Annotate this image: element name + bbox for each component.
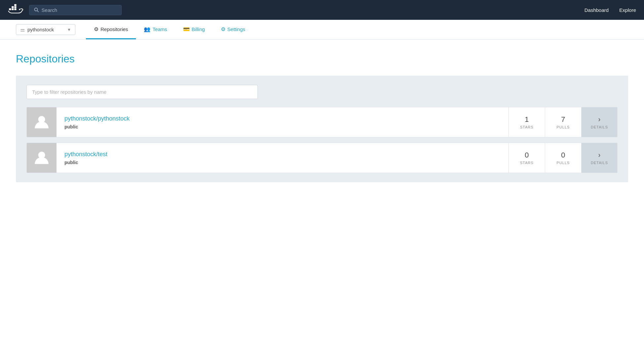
page-title: Repositories (16, 53, 628, 65)
search-icon (34, 7, 39, 13)
tab-settings-label: Settings (227, 26, 245, 32)
svg-rect-3 (12, 6, 14, 8)
repo-avatar (27, 143, 57, 173)
details-button[interactable]: › DETAILS (581, 143, 617, 173)
repo-avatar (27, 107, 57, 137)
tab-repositories[interactable]: ⚙ Repositories (86, 20, 136, 39)
tab-teams[interactable]: 👥 Teams (136, 20, 175, 39)
repos-section: pythonstock/pythonstock public 1 STARS 7… (16, 76, 628, 182)
repo-info: pythonstock/pythonstock public (57, 107, 508, 137)
repo-stats: 1 STARS 7 PULLS › DETAILS (508, 107, 617, 137)
repo-name-link[interactable]: pythonstock/pythonstock (64, 115, 501, 122)
tab-teams-label: Teams (152, 26, 167, 32)
tab-settings[interactable]: ⚙ Settings (213, 20, 253, 39)
org-bar: ⚌ pythonstock ▼ ⚙ Repositories 👥 Teams 💳… (0, 20, 644, 40)
pulls-label: PULLS (557, 125, 570, 129)
chevron-right-icon: › (598, 115, 600, 124)
table-row: pythonstock/pythonstock public 1 STARS 7… (26, 107, 618, 137)
pulls-value: 0 (561, 151, 565, 159)
user-avatar-icon (33, 114, 50, 130)
nav-explore[interactable]: Explore (619, 7, 636, 13)
nav-dashboard[interactable]: Dashboard (584, 7, 609, 13)
docker-logo (8, 3, 24, 17)
header: Dashboard Explore (0, 0, 644, 20)
tab-billing-label: Billing (192, 26, 205, 32)
stars-value: 0 (525, 151, 529, 159)
org-name: pythonstock (27, 27, 64, 32)
svg-rect-1 (12, 8, 14, 10)
repo-stats: 0 STARS 0 PULLS › DETAILS (508, 143, 617, 173)
nav-tabs: ⚙ Repositories 👥 Teams 💳 Billing ⚙ Setti… (86, 20, 253, 39)
stars-label: STARS (520, 125, 534, 129)
svg-rect-5 (14, 4, 16, 6)
main-content: Repositories pythonstock/pythonstock pub… (0, 40, 644, 195)
stars-cell: 1 STARS (508, 107, 545, 137)
svg-rect-2 (14, 8, 16, 10)
search-box[interactable] (29, 5, 122, 15)
teams-icon: 👥 (144, 26, 150, 32)
header-nav: Dashboard Explore (584, 7, 636, 13)
repo-visibility: public (64, 124, 501, 129)
table-row: pythonstock/test public 0 STARS 0 PULLS … (26, 143, 618, 173)
settings-icon: ⚙ (221, 26, 225, 32)
stars-value: 1 (525, 115, 529, 124)
stars-cell: 0 STARS (508, 143, 545, 173)
org-icon: ⚌ (20, 26, 25, 33)
header-left (8, 3, 122, 17)
search-input[interactable] (42, 7, 117, 13)
repo-list: pythonstock/pythonstock public 1 STARS 7… (26, 107, 618, 173)
pulls-value: 7 (561, 115, 565, 124)
pulls-label: PULLS (557, 161, 570, 165)
chevron-right-icon: › (598, 151, 600, 159)
pulls-cell: 7 PULLS (545, 107, 581, 137)
details-label: DETAILS (591, 161, 608, 165)
pulls-cell: 0 PULLS (545, 143, 581, 173)
details-button[interactable]: › DETAILS (581, 107, 617, 137)
repo-name-link[interactable]: pythonstock/test (64, 151, 501, 158)
billing-icon: 💳 (183, 26, 190, 32)
repo-info: pythonstock/test public (57, 143, 508, 173)
user-avatar-icon (33, 150, 50, 166)
details-label: DETAILS (591, 125, 608, 129)
repo-visibility: public (64, 160, 501, 165)
svg-line-8 (37, 11, 39, 12)
stars-label: STARS (520, 161, 534, 165)
chevron-down-icon: ▼ (67, 27, 71, 32)
org-selector[interactable]: ⚌ pythonstock ▼ (16, 24, 75, 35)
svg-point-6 (19, 9, 20, 10)
repositories-icon: ⚙ (94, 26, 99, 32)
svg-rect-4 (14, 6, 16, 8)
svg-rect-0 (9, 8, 11, 10)
filter-input[interactable] (26, 85, 258, 99)
tab-repositories-label: Repositories (101, 26, 128, 32)
tab-billing[interactable]: 💳 Billing (175, 20, 213, 39)
